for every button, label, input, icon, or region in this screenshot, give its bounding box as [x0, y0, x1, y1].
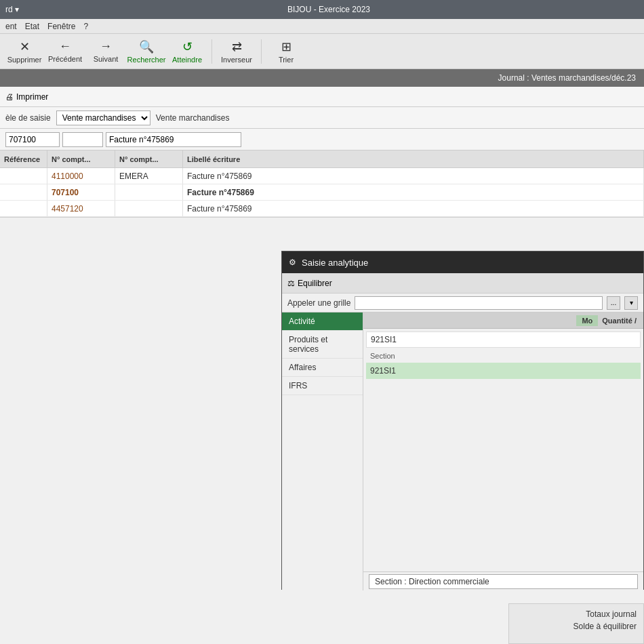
modal-body: Activité Produits et services Affaires I…: [282, 313, 643, 590]
col-header-compte2: N° compt...: [115, 150, 183, 167]
suivant-label: Suivant: [94, 55, 119, 63]
form-select-label: èle de saisie: [5, 113, 51, 123]
precedent-label: Précédent: [48, 55, 82, 63]
section-data-row[interactable]: 921SI1: [366, 363, 641, 379]
modal-right-panel: Mo Quantité / 921SI1 Section 921SI1: [363, 313, 643, 590]
supprimer-label: Supprimer: [7, 56, 42, 64]
print-bar: 🖨 Imprimer: [0, 87, 644, 107]
row3-compte1: 4457120: [47, 201, 115, 216]
totals-bar: Totaux journal Solde à équilibrer: [508, 603, 644, 644]
suivant-icon: →: [100, 39, 112, 54]
atteindre-button[interactable]: ↺ Atteindre: [168, 37, 206, 66]
appeler-label: Appeler une grille: [287, 298, 350, 308]
dots-icon: ...: [611, 299, 616, 306]
equilibrer-button[interactable]: ⚖ Equilibrer: [287, 279, 332, 288]
title-bar-center: BIJOU - Exercice 2023: [287, 5, 370, 14]
toolbar: ✕ Supprimer ← Précédent → Suivant 🔍 Rech…: [0, 34, 644, 69]
toolbar-divider: [212, 39, 212, 64]
row1-libelle: Facture n°475869: [183, 168, 644, 184]
code-field[interactable]: [62, 132, 103, 147]
account-field[interactable]: [5, 132, 60, 147]
quantite-col-header: Quantité /: [598, 317, 641, 325]
row1-compte1: 4110000: [47, 168, 115, 184]
rechercher-icon: 🔍: [139, 39, 154, 54]
table-header: Référence N° compt... N° compt... Libell…: [0, 150, 644, 168]
modal-title-bar: ⚙ Saisie analytique: [282, 251, 643, 273]
totals-row2: Solde à équilibrer: [516, 620, 637, 632]
modal-title: Saisie analytique: [302, 258, 368, 268]
row3-ref: [0, 201, 47, 216]
table-container: Référence N° compt... N° compt... Libell…: [0, 150, 644, 218]
tab-produits[interactable]: Produits et services: [282, 331, 363, 359]
journal-header: Journal : Ventes marchandises/déc.23: [0, 69, 644, 87]
totals-row1: Totaux journal: [516, 608, 637, 620]
menu-ent[interactable]: ent: [5, 22, 17, 31]
modal-toolbar: ⚖ Equilibrer: [282, 273, 643, 294]
tab-ifrs[interactable]: IFRS: [282, 377, 363, 395]
journal-header-text: Journal : Ventes marchandises/déc.23: [498, 73, 636, 83]
supprimer-icon: ✕: [20, 39, 30, 54]
row1-compte2: EMERA: [115, 168, 183, 184]
appeler-row: Appeler une grille ... ▾: [282, 294, 643, 313]
montant-col-header: Mo: [576, 315, 598, 326]
inverseur-icon: ⇄: [232, 39, 242, 54]
row2-compte2: [115, 184, 183, 200]
atteindre-icon: ↺: [182, 39, 193, 54]
section-label: Section: [370, 352, 395, 360]
title-bar-left: rd ▾: [5, 5, 19, 14]
saisie-analytique-modal: ⚙ Saisie analytique ⚖ Equilibrer Appeler…: [281, 251, 644, 590]
section-code-row: 921SI1: [366, 331, 641, 348]
appeler-dropdown-button[interactable]: ▾: [624, 296, 638, 310]
title-bar: rd ▾ BIJOU - Exercice 2023: [0, 0, 644, 19]
equilibrer-label: Equilibrer: [298, 279, 332, 288]
row3-compte2: [115, 201, 183, 216]
trier-icon: ⊞: [281, 39, 291, 54]
section-label-row: Section: [366, 350, 641, 361]
menu-etat[interactable]: Etat: [25, 22, 39, 31]
trier-button[interactable]: ⊞ Trier: [267, 37, 305, 66]
tab-affaires[interactable]: Affaires: [282, 359, 363, 377]
row2-ref: [0, 184, 47, 200]
row1-ref: [0, 168, 47, 184]
section-code: 921SI1: [371, 335, 397, 344]
supprimer-button[interactable]: ✕ Supprimer: [5, 37, 43, 66]
row3-libelle: Facture n°475869: [183, 201, 644, 216]
tab-activite[interactable]: Activité: [282, 313, 363, 331]
modal-right-header: Mo Quantité /: [363, 313, 643, 329]
col-header-libelle: Libellé écriture: [183, 150, 644, 167]
rechercher-button[interactable]: 🔍 Rechercher: [127, 37, 165, 66]
modele-saisie-select[interactable]: Vente marchandises: [56, 110, 150, 125]
precedent-icon: ←: [59, 39, 71, 54]
inverseur-button[interactable]: ⇄ Inverseur: [218, 37, 256, 66]
print-button[interactable]: 🖨 Imprimer: [5, 92, 48, 102]
form-row: èle de saisie Vente marchandises Vente m…: [0, 107, 644, 129]
rechercher-label: Rechercher: [127, 56, 166, 64]
totaux-journal-label: Totaux journal: [586, 609, 637, 619]
libelle-field[interactable]: [106, 132, 241, 147]
appeler-grille-input[interactable]: [355, 296, 603, 310]
col-header-compte1: N° compt...: [47, 150, 115, 167]
table-row[interactable]: 707100 Facture n°475869: [0, 184, 644, 201]
modal-sidebar: Activité Produits et services Affaires I…: [282, 313, 363, 590]
menu-bar: ent Etat Fenêtre ?: [0, 19, 644, 34]
suivant-button[interactable]: → Suivant: [87, 37, 125, 66]
modele-value-label: Vente marchandises: [156, 113, 230, 123]
table-row[interactable]: 4457120 Facture n°475869: [0, 201, 644, 217]
table-row[interactable]: 4110000 EMERA Facture n°475869: [0, 168, 644, 184]
modal-settings-icon: ⚙: [289, 258, 296, 267]
menu-help[interactable]: ?: [83, 22, 88, 31]
section-info-box: Section : Direction commerciale: [369, 574, 638, 589]
row2-libelle: Facture n°475869: [183, 184, 644, 200]
atteindre-label: Atteindre: [172, 56, 202, 64]
entry-row: [0, 129, 644, 150]
inverseur-label: Inverseur: [221, 56, 252, 64]
modal-bottom-bar: Section : Direction commerciale: [363, 571, 643, 590]
row2-compte1: 707100: [47, 184, 115, 200]
trier-label: Trier: [279, 56, 294, 64]
col-header-ref: Référence: [0, 150, 47, 167]
appeler-dots-button[interactable]: ...: [607, 296, 620, 310]
section-info-text: Section : Direction commerciale: [375, 577, 489, 586]
precedent-button[interactable]: ← Précédent: [46, 37, 84, 66]
printer-icon: 🖨: [5, 92, 14, 102]
menu-fenetre[interactable]: Fenêtre: [47, 22, 75, 31]
